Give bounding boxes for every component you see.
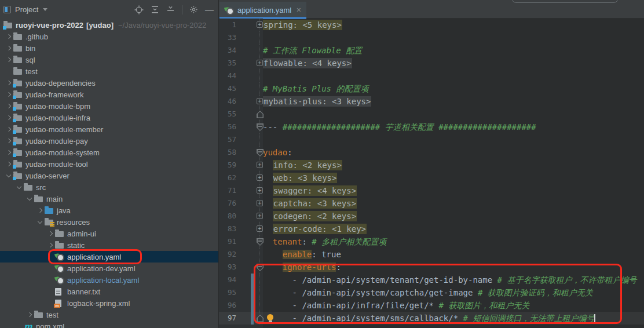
tree-item-yudao-module-infra[interactable]: yudao-module-infra: [0, 112, 218, 123]
tree-item-sql[interactable]: sql: [0, 54, 218, 65]
chevron-right-icon[interactable]: [3, 127, 13, 131]
collapse-all-icon[interactable]: [166, 5, 175, 14]
chevron-right-icon[interactable]: [24, 313, 34, 316]
project-view-dropdown[interactable]: Project: [15, 5, 47, 14]
code-line-content[interactable]: spring: <5 keys>: [263, 19, 644, 31]
tree-item-yudao-module-pay[interactable]: yudao-module-pay: [0, 135, 218, 147]
tree-item-yudao-framework[interactable]: yudao-framework: [0, 89, 218, 100]
code-line-content[interactable]: [263, 133, 644, 146]
fold-expand-icon[interactable]: +: [257, 174, 263, 181]
code-line-content[interactable]: error-code: <1 key>: [263, 223, 644, 235]
chevron-down-icon[interactable]: [3, 175, 13, 177]
tree-item-application-local.yaml[interactable]: application-local.yaml: [0, 274, 218, 286]
tree-item-test[interactable]: test: [0, 309, 218, 320]
tree-item-yudao-module-system[interactable]: yudao-module-system: [0, 147, 218, 158]
tree-item-main[interactable]: main: [0, 193, 218, 205]
intention-lightbulb-icon[interactable]: [267, 314, 273, 320]
code-line-content[interactable]: --- #################### 芋道相关配置 ########…: [263, 121, 644, 133]
code-line-content[interactable]: mybatis-plus: <3 keys>: [263, 95, 644, 108]
code-line-content[interactable]: captcha: <3 keys>: [263, 197, 644, 210]
code-line-content[interactable]: # 工作流 Flowable 配置: [263, 44, 644, 57]
tree-item-admin-ui[interactable]: admin-ui: [0, 228, 218, 239]
tree-item-yudao-module-member[interactable]: yudao-module-member: [0, 123, 218, 135]
chevron-right-icon[interactable]: [3, 116, 13, 119]
code-line-content[interactable]: # MyBatis Plus 的配置项: [263, 82, 644, 95]
code-line-content[interactable]: tenant: # 多租户相关配置项: [263, 235, 644, 248]
code-line-content[interactable]: - /admin-api/system/captcha/get-image # …: [263, 286, 644, 299]
code-line-content[interactable]: enable: true: [263, 248, 644, 261]
fold-expand-icon[interactable]: +: [257, 187, 263, 194]
fold-expand-icon[interactable]: +: [257, 225, 263, 232]
chevron-down-icon[interactable]: [24, 198, 34, 200]
code-line-content[interactable]: swagger: <4 keys>: [263, 184, 644, 197]
code-line-content[interactable]: codegen: <2 keys>: [263, 210, 644, 223]
fold-expand-icon[interactable]: +: [257, 162, 263, 168]
code-line-content[interactable]: - /admin-api/infra/file/get/* # 获取图片，和租户…: [263, 299, 644, 312]
close-icon[interactable]: ✕: [296, 6, 301, 14]
chevron-right-icon[interactable]: [3, 46, 13, 50]
chevron-right-icon[interactable]: [3, 139, 13, 143]
code-line-content[interactable]: info: <2 keys>: [263, 159, 644, 172]
vcs-change-marker: [251, 286, 254, 299]
code-line-content[interactable]: - /admin-api/system/tenant/get-id-by-nam…: [263, 274, 644, 286]
tree-item-yudao-dependencies[interactable]: yudao-dependencies: [0, 77, 218, 89]
code-line-content[interactable]: [263, 108, 644, 121]
code-line-content[interactable]: [263, 70, 644, 82]
line-number: 59: [219, 159, 237, 172]
tree-item-resources[interactable]: resources: [0, 216, 218, 228]
tree-item-static[interactable]: static: [0, 239, 218, 251]
chevron-right-icon[interactable]: [35, 209, 45, 212]
chevron-right-icon[interactable]: [45, 232, 55, 235]
tree-item-.github[interactable]: .github: [0, 31, 218, 42]
editor-body[interactable]: 1+spring: <5 keys>3334# 工作流 Flowable 配置3…: [219, 19, 644, 328]
select-opened-file-icon[interactable]: [134, 5, 144, 14]
code-line-content[interactable]: [263, 31, 644, 44]
tree-item-ruoyi-vue-pro-2022[interactable]: ruoyi-vue-pro-2022[yudao]~/Java/ruoyi-vu…: [0, 19, 218, 31]
code-line-content[interactable]: yudao:: [263, 146, 644, 159]
chevron-right-icon[interactable]: [3, 35, 13, 38]
tree-item-java[interactable]: java: [0, 205, 218, 216]
expand-all-icon[interactable]: [151, 5, 159, 14]
hide-panel-icon[interactable]: —: [205, 7, 214, 13]
chevron-down-icon[interactable]: [14, 187, 24, 188]
module-folder-icon: [13, 91, 24, 98]
fold-collapse-icon[interactable]: [257, 149, 264, 156]
tree-item-banner.txt[interactable]: banner.txt: [0, 286, 218, 297]
code-line-content[interactable]: flowable: <4 keys>: [263, 57, 644, 70]
code-token: [263, 263, 283, 272]
tree-item-yudao-server[interactable]: yudao-server: [0, 170, 218, 181]
tree-item-application.yaml[interactable]: application.yaml: [0, 251, 218, 263]
fold-expand-icon[interactable]: +: [257, 21, 263, 28]
fold-expand-icon[interactable]: +: [257, 98, 263, 104]
editor-tab-bar: application.yaml ✕: [219, 0, 644, 19]
chevron-right-icon[interactable]: [3, 58, 13, 61]
chevron-down-icon[interactable]: [35, 221, 45, 223]
fold-collapse-icon[interactable]: [257, 264, 264, 271]
fold-expand-icon[interactable]: +: [257, 60, 263, 66]
tab-application-yaml[interactable]: application.yaml ✕: [219, 2, 306, 19]
settings-gear-icon[interactable]: [189, 5, 198, 14]
tree-item-yudao-module-tool[interactable]: yudao-module-tool: [0, 158, 218, 170]
code-line-content[interactable]: web: <3 keys>: [263, 172, 644, 184]
tree-item-pom.xml[interactable]: mpom.xml: [0, 320, 218, 328]
tree-item-test[interactable]: test: [0, 65, 218, 77]
tree-item-application-dev.yaml[interactable]: application-dev.yaml: [0, 263, 218, 274]
tree-item-src[interactable]: src: [0, 181, 218, 193]
fold-expand-icon[interactable]: +: [257, 200, 263, 206]
tree-item-bin[interactable]: bin: [0, 42, 218, 54]
tree-item-logback-spring.xml[interactable]: logback-spring.xml: [0, 297, 218, 309]
chevron-right-icon[interactable]: [45, 243, 55, 247]
chevron-right-icon[interactable]: [3, 81, 13, 85]
chevron-right-icon[interactable]: [3, 93, 13, 96]
code-line-content[interactable]: - /admin-api/system/sms/callback/* # 短信回…: [263, 312, 644, 325]
chevron-right-icon[interactable]: [3, 162, 13, 166]
chevron-right-icon[interactable]: [3, 151, 13, 154]
fold-expand-icon[interactable]: +: [257, 213, 263, 219]
fold-end-icon[interactable]: [257, 315, 264, 322]
fold-collapse-icon[interactable]: [257, 238, 264, 246]
chevron-right-icon[interactable]: [3, 104, 13, 108]
fold-collapse-icon[interactable]: [257, 123, 264, 131]
fold-end-icon[interactable]: [257, 111, 264, 118]
code-line-content[interactable]: ignore-urls:: [263, 261, 644, 274]
tree-item-yudao-module-bpm[interactable]: yudao-module-bpm: [0, 100, 218, 112]
